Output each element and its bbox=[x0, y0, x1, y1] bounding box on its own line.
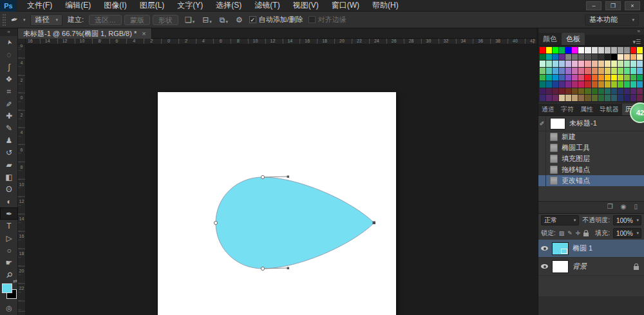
color-swatch[interactable] bbox=[565, 75, 571, 81]
close-tab-icon[interactable]: × bbox=[142, 30, 146, 37]
history-item-4[interactable]: 更改锚点 bbox=[538, 175, 644, 186]
tool-mode-select[interactable]: 路径 ▾ bbox=[30, 14, 62, 26]
color-swatch[interactable] bbox=[553, 81, 558, 88]
color-swatch[interactable] bbox=[624, 95, 630, 101]
color-swatch[interactable] bbox=[592, 81, 598, 88]
color-swatch[interactable] bbox=[618, 68, 623, 74]
color-swatch[interactable] bbox=[637, 54, 643, 61]
color-swatch[interactable] bbox=[611, 81, 617, 88]
color-swatch[interactable] bbox=[546, 75, 552, 81]
restore-button[interactable]: ❐ bbox=[605, 1, 621, 10]
color-swatch[interactable] bbox=[598, 61, 604, 67]
history-brush-well[interactable] bbox=[538, 153, 546, 164]
menu-item-7[interactable]: 视图(V) bbox=[287, 0, 325, 12]
color-swatch[interactable] bbox=[592, 88, 598, 95]
color-swatch[interactable] bbox=[637, 68, 643, 74]
color-swatch[interactable] bbox=[540, 54, 545, 61]
document-tab[interactable]: 未标题-1 @ 66.7%(椭圆 1, RGB/8) * × bbox=[18, 28, 152, 39]
visibility-eye-icon[interactable] bbox=[541, 246, 548, 251]
path-alignment-button[interactable]: ⊟ ▾ bbox=[201, 15, 213, 24]
color-swatch[interactable] bbox=[585, 54, 591, 61]
brush-tool[interactable]: ✎ bbox=[0, 122, 18, 134]
history-brush-well[interactable] bbox=[538, 164, 546, 175]
color-swatch[interactable] bbox=[598, 54, 604, 61]
color-swatch[interactable] bbox=[578, 61, 584, 67]
color-swatch[interactable] bbox=[546, 88, 552, 95]
color-swatch[interactable] bbox=[546, 54, 552, 61]
color-swatch[interactable] bbox=[624, 81, 630, 88]
color-swatch[interactable] bbox=[559, 61, 565, 67]
color-swatch[interactable] bbox=[637, 61, 643, 67]
color-swatch[interactable] bbox=[598, 68, 604, 74]
color-swatch[interactable] bbox=[592, 54, 598, 61]
color-swatch[interactable] bbox=[565, 54, 571, 61]
color-swatch[interactable] bbox=[618, 95, 623, 101]
color-swatch[interactable] bbox=[540, 75, 545, 81]
menu-item-9[interactable]: 帮助(H) bbox=[366, 0, 405, 12]
new-document-from-state-icon[interactable]: ❐ bbox=[607, 203, 613, 210]
color-swatch[interactable] bbox=[618, 61, 623, 67]
layer-row-椭圆 1[interactable]: 椭圆 1 bbox=[538, 240, 644, 258]
color-swatch[interactable] bbox=[630, 61, 636, 67]
lasso-tool[interactable]: ʃ bbox=[0, 61, 18, 73]
color-swatch[interactable] bbox=[598, 95, 604, 101]
color-swatch[interactable] bbox=[565, 95, 571, 101]
color-swatch[interactable] bbox=[565, 47, 571, 53]
color-swatch[interactable] bbox=[624, 47, 630, 53]
color-swatch[interactable] bbox=[618, 54, 623, 61]
color-swatch[interactable] bbox=[624, 54, 630, 61]
color-swatch[interactable] bbox=[624, 68, 630, 74]
crop-tool[interactable]: ⌗ bbox=[0, 85, 18, 97]
color-swatch[interactable] bbox=[618, 75, 623, 81]
history-item-3[interactable]: 拖移锚点 bbox=[538, 164, 644, 175]
color-swatch[interactable] bbox=[572, 54, 578, 61]
tab-字符[interactable]: 字符 bbox=[558, 104, 577, 115]
color-swatch[interactable] bbox=[630, 88, 636, 95]
color-swatch[interactable] bbox=[572, 88, 578, 95]
color-swatch[interactable] bbox=[605, 81, 611, 88]
handle-end-point[interactable] bbox=[287, 176, 290, 178]
tab-导航器[interactable]: 导航器 bbox=[596, 104, 622, 115]
color-swatch[interactable] bbox=[585, 61, 591, 67]
history-brush-well[interactable] bbox=[538, 175, 546, 186]
color-swatch[interactable] bbox=[585, 95, 591, 101]
menu-item-1[interactable]: 编辑(E) bbox=[59, 0, 97, 12]
color-swatch[interactable] bbox=[559, 88, 565, 95]
color-swatch[interactable] bbox=[611, 95, 617, 101]
ellipse-shape-tool[interactable]: ○ bbox=[0, 244, 18, 256]
history-brush-well[interactable] bbox=[538, 131, 546, 142]
color-swatch[interactable] bbox=[630, 47, 636, 53]
color-swatch[interactable] bbox=[559, 54, 565, 61]
color-swatch[interactable] bbox=[546, 47, 552, 53]
color-swatch[interactable] bbox=[546, 61, 552, 67]
color-swatch[interactable] bbox=[578, 75, 584, 81]
color-swatch[interactable] bbox=[605, 47, 611, 53]
color-swatch[interactable] bbox=[553, 88, 558, 95]
color-swatch[interactable] bbox=[553, 54, 558, 61]
anchor-point-tip[interactable] bbox=[373, 222, 376, 225]
handle-end-point[interactable] bbox=[287, 267, 290, 270]
color-swatch[interactable] bbox=[553, 68, 558, 74]
color-swatch[interactable] bbox=[559, 75, 565, 81]
history-item-1[interactable]: 椭圆工具 bbox=[538, 142, 644, 153]
color-swatch[interactable] bbox=[624, 75, 630, 81]
anchor-point-left[interactable] bbox=[214, 221, 217, 224]
color-swatch[interactable] bbox=[553, 95, 558, 101]
dodge-tool[interactable]: ◐ bbox=[0, 195, 18, 207]
history-item-2[interactable]: 填充图层 bbox=[538, 153, 644, 164]
color-swatch[interactable] bbox=[598, 88, 604, 95]
color-swatch[interactable] bbox=[611, 61, 617, 67]
color-swatch[interactable] bbox=[605, 61, 611, 67]
color-swatch[interactable] bbox=[637, 88, 643, 95]
tab-颜色[interactable]: 颜色 bbox=[538, 33, 562, 45]
color-swatch[interactable] bbox=[598, 75, 604, 81]
menu-item-0[interactable]: 文件(F) bbox=[21, 0, 59, 12]
layer-thumbnail[interactable] bbox=[552, 242, 569, 255]
path-selection-tool[interactable]: ▷ bbox=[0, 232, 18, 244]
color-swatch[interactable] bbox=[592, 68, 598, 74]
blend-mode-select[interactable]: 正常 ▾ bbox=[541, 215, 579, 225]
eyedropper-tool[interactable]: ✐ bbox=[0, 97, 18, 110]
color-swatch[interactable] bbox=[565, 88, 571, 95]
color-swatch[interactable] bbox=[624, 88, 630, 95]
type-tool[interactable]: T bbox=[0, 220, 18, 232]
